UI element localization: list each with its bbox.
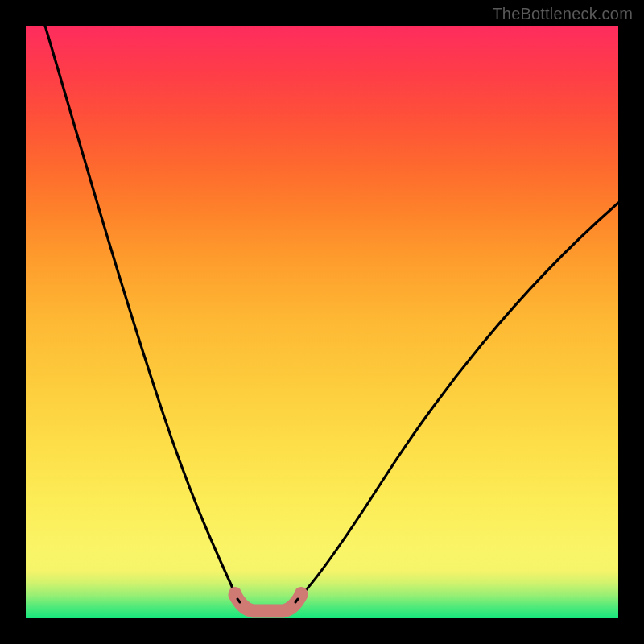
outer-frame: TheBottleneck.com: [0, 0, 644, 644]
valley-left-dot: [229, 587, 242, 600]
valley-highlight: [235, 595, 301, 611]
valley-right-dot: [295, 587, 308, 600]
watermark-text: TheBottleneck.com: [492, 5, 633, 23]
right-curve: [298, 203, 618, 599]
plot-area: [26, 26, 618, 618]
chart-svg: [26, 26, 618, 618]
left-curve: [45, 26, 237, 599]
